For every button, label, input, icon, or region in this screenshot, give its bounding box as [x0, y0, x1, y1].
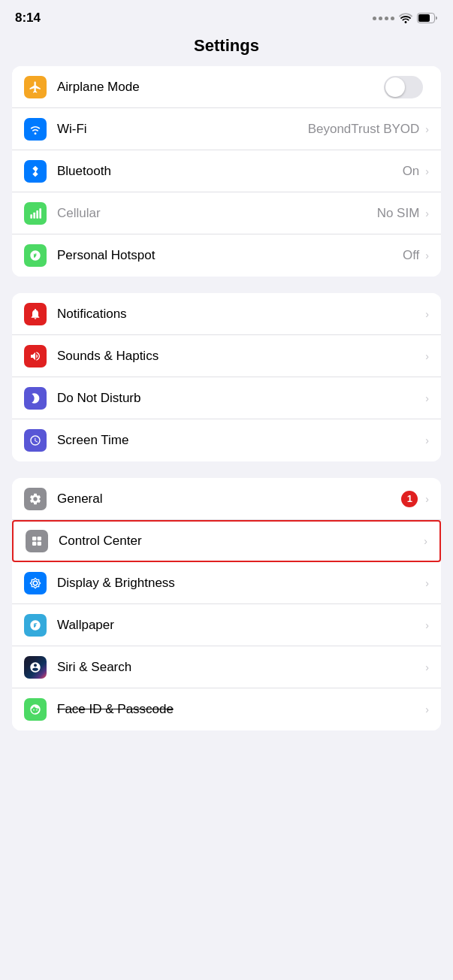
sidebar-item-bluetooth[interactable]: Bluetooth On ›: [12, 150, 441, 192]
sounds-haptics-label: Sounds & Haptics: [57, 349, 424, 364]
screentime-icon: [24, 429, 47, 452]
sidebar-item-general[interactable]: General 1 ›: [12, 478, 441, 520]
control-center-icon: [26, 530, 48, 552]
wifi-status-icon: [399, 13, 412, 23]
cellular-label: Cellular: [57, 206, 377, 221]
sidebar-item-notifications[interactable]: Notifications ›: [12, 293, 441, 335]
sidebar-item-face-id[interactable]: Face ID & Passcode ›: [12, 688, 441, 730]
face-id-chevron: ›: [425, 703, 429, 715]
airplane-mode-toggle[interactable]: [384, 76, 423, 98]
system-group: General 1 › Control Center ›: [12, 478, 441, 730]
sidebar-item-airplane-mode[interactable]: Airplane Mode: [12, 66, 441, 108]
status-bar: 8:14: [0, 0, 453, 30]
bluetooth-chevron: ›: [425, 165, 429, 177]
bluetooth-label: Bluetooth: [57, 164, 403, 179]
sidebar-item-wallpaper[interactable]: Wallpaper ›: [12, 604, 441, 646]
settings-groups: Airplane Mode Wi-Fi BeyondTrust BYOD ›: [0, 66, 453, 730]
wifi-icon: [24, 118, 47, 141]
wallpaper-label: Wallpaper: [57, 618, 424, 633]
svg-rect-5: [39, 208, 41, 218]
cellular-icon: [24, 202, 47, 225]
wallpaper-icon: [24, 614, 47, 637]
sidebar-item-sounds-haptics[interactable]: Sounds & Haptics ›: [12, 335, 441, 377]
svg-rect-7: [38, 537, 41, 540]
display-brightness-chevron: ›: [425, 577, 429, 589]
siri-icon: [24, 656, 47, 679]
screen-time-label: Screen Time: [57, 433, 424, 448]
control-center-label: Control Center: [59, 534, 422, 549]
sounds-icon: [24, 345, 47, 368]
siri-search-chevron: ›: [425, 661, 429, 673]
cellular-chevron: ›: [425, 207, 429, 219]
network-group: Airplane Mode Wi-Fi BeyondTrust BYOD ›: [12, 66, 441, 277]
notifications-chevron: ›: [425, 308, 429, 320]
personal-hotspot-value: Off: [403, 248, 419, 263]
svg-rect-3: [33, 212, 35, 218]
siri-search-label: Siri & Search: [57, 660, 424, 675]
svg-rect-2: [30, 214, 32, 218]
personal-hotspot-label: Personal Hotspot: [57, 248, 403, 263]
faceid-icon: [24, 698, 47, 721]
wifi-value: BeyondTrust BYOD: [308, 122, 420, 137]
status-time: 8:14: [15, 11, 41, 26]
sidebar-item-do-not-disturb[interactable]: Do Not Disturb ›: [12, 377, 441, 419]
airplane-mode-icon: [24, 76, 47, 98]
hotspot-icon: [24, 244, 47, 267]
battery-icon: [417, 13, 438, 23]
general-badge: 1: [401, 491, 418, 507]
notifications-icon: [24, 303, 47, 325]
cellular-value: No SIM: [377, 206, 420, 221]
svg-rect-4: [36, 210, 38, 219]
page-title: Settings: [0, 36, 453, 56]
svg-rect-9: [38, 542, 41, 546]
status-icons: [373, 13, 438, 23]
do-not-disturb-label: Do Not Disturb: [57, 391, 424, 406]
signal-dots-icon: [373, 17, 394, 20]
do-not-disturb-chevron: ›: [425, 392, 429, 404]
sidebar-item-display-brightness[interactable]: Display & Brightness ›: [12, 562, 441, 604]
notifications-label: Notifications: [57, 307, 424, 322]
sidebar-item-personal-hotspot[interactable]: Personal Hotspot Off ›: [12, 234, 441, 277]
wifi-label: Wi-Fi: [57, 122, 308, 137]
moon-icon: [24, 387, 47, 410]
display-icon: [24, 572, 47, 594]
control-center-chevron: ›: [424, 535, 427, 547]
svg-rect-1: [418, 14, 430, 22]
sidebar-item-wifi[interactable]: Wi-Fi BeyondTrust BYOD ›: [12, 108, 441, 150]
face-id-label: Face ID & Passcode: [57, 702, 424, 717]
general-label: General: [57, 492, 401, 507]
wallpaper-chevron: ›: [425, 619, 429, 631]
svg-rect-8: [32, 542, 36, 546]
airplane-mode-label: Airplane Mode: [57, 80, 384, 95]
sidebar-item-cellular[interactable]: Cellular No SIM ›: [12, 192, 441, 234]
gear-icon: [24, 488, 47, 510]
personal-hotspot-chevron: ›: [425, 250, 429, 262]
sidebar-item-screen-time[interactable]: Screen Time ›: [12, 419, 441, 461]
screen-time-chevron: ›: [425, 434, 429, 446]
sidebar-item-control-center[interactable]: Control Center ›: [12, 520, 441, 562]
svg-rect-6: [32, 537, 36, 540]
display-brightness-label: Display & Brightness: [57, 576, 424, 591]
sounds-haptics-chevron: ›: [425, 350, 429, 362]
sidebar-item-siri-search[interactable]: Siri & Search ›: [12, 646, 441, 688]
page-title-bar: Settings: [0, 30, 453, 66]
bluetooth-value: On: [403, 164, 420, 179]
notifications-group: Notifications › Sounds & Haptics › Do No…: [12, 293, 441, 461]
wifi-chevron: ›: [425, 123, 429, 135]
bluetooth-icon: [24, 160, 47, 183]
general-chevron: ›: [425, 493, 429, 505]
